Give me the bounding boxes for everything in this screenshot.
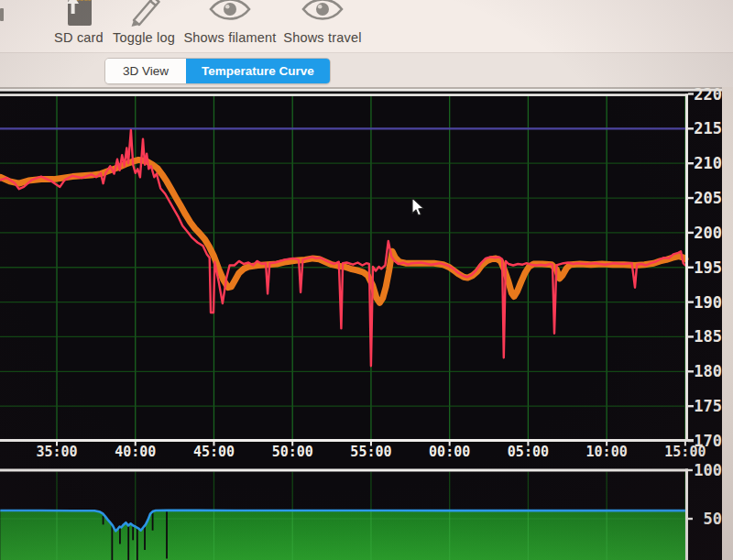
shows-filament-button[interactable]: Shows filament (183, 0, 277, 52)
sd-card-icon (63, 0, 94, 28)
y-axis-label: 190 (694, 293, 722, 312)
window-bezel (722, 87, 733, 560)
x-axis-label: 05:00 (508, 444, 549, 460)
toolbar-button-label: Shows filament (183, 30, 276, 45)
tab-temperature-curve[interactable]: Temperature Curve (186, 59, 330, 83)
temperature-chart-panel: 35:0040:0045:0050:0055:0000:0005:0010:00… (0, 87, 733, 560)
shows-travel-button[interactable]: Shows travel (280, 0, 365, 52)
tab-bar: 3D View Temperature Curve (0, 52, 733, 88)
y-axis-label: 215 (694, 119, 722, 137)
y-axis-label: 180 (694, 362, 722, 380)
y-axis-label: 195 (694, 258, 722, 277)
x-axis-label: 00:00 (429, 444, 470, 460)
toolbar-button-label: Shows travel (283, 30, 361, 45)
y-axis-label: 200 (694, 224, 722, 242)
sd-card-button[interactable]: SD card (49, 0, 108, 52)
pencil-icon (125, 0, 163, 28)
view-tabs: 3D View Temperature Curve (104, 58, 331, 84)
eye-icon (301, 0, 345, 28)
y-axis-label: 210 (694, 154, 722, 172)
tab-3d-view[interactable]: 3D View (105, 59, 186, 83)
toggle-log-button[interactable]: Toggle log (108, 0, 180, 52)
x-axis-label: 45:00 (193, 444, 235, 460)
x-axis-label: 10:00 (586, 444, 628, 460)
x-axis-label: 50:00 (272, 444, 313, 460)
y-axis-label: 185 (694, 327, 722, 346)
toolbar-button-label: Toggle log (113, 30, 175, 45)
toolbar-button-label: SD card (54, 30, 104, 45)
temperature-chart-canvas: 35:0040:0045:0050:0055:0000:0005:0010:00… (0, 87, 733, 560)
y-axis-label: 100 (694, 461, 722, 479)
y-axis-label: 205 (694, 189, 722, 207)
eye-icon (208, 0, 252, 28)
x-axis-label: 35:00 (36, 444, 77, 460)
y-axis-label: 220 (694, 87, 722, 104)
toolbar: SD card Toggle log Shows filament (0, 0, 733, 52)
y-axis-label: 50 (704, 510, 722, 528)
y-axis-label: 175 (694, 397, 722, 415)
x-axis-label: 55:00 (350, 444, 391, 460)
printer-host-window: SD card Toggle log Shows filament (0, 0, 733, 560)
cutoff-toolbar-icon (0, 8, 4, 21)
x-axis-label: 40:00 (115, 444, 156, 460)
y-axis-label: 170 (694, 432, 722, 450)
